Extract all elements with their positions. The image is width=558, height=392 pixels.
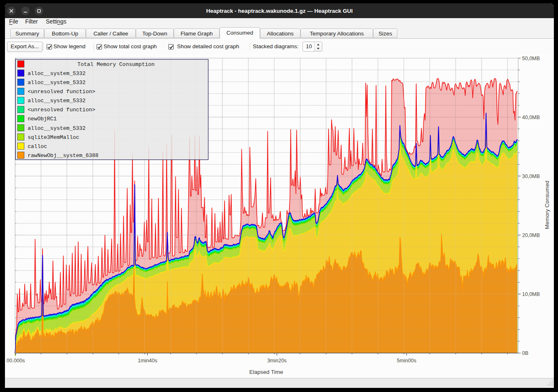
svg-text:newObjRC1: newObjRC1 (28, 116, 57, 122)
svg-text:calloc: calloc (28, 143, 47, 150)
svg-text:<unresolved function>: <unresolved function> (28, 107, 95, 113)
svg-text:Total Memory Consumption: Total Memory Consumption (77, 61, 154, 68)
svg-text:20,0MB: 20,0MB (522, 232, 540, 238)
svg-text:00.000s: 00.000s (7, 358, 25, 364)
svg-text:5min00s: 5min00s (397, 358, 416, 364)
svg-text:1min40s: 1min40s (138, 358, 157, 364)
svg-text:Memory Consumed: Memory Consumed (544, 181, 550, 229)
svg-text:30,0MB: 30,0MB (522, 174, 540, 179)
svg-text:rawNewObj__system_6388: rawNewObj__system_6388 (28, 153, 99, 159)
svg-text:Elapsed Time: Elapsed Time (249, 369, 283, 375)
svg-text:10,0MB: 10,0MB (522, 291, 540, 297)
svg-text:alloc__system_5332: alloc__system_5332 (28, 125, 85, 131)
svg-text:40,0MB: 40,0MB (522, 115, 540, 120)
svg-text:50,0MB: 50,0MB (522, 56, 540, 61)
svg-text:0B: 0B (522, 350, 528, 356)
svg-text:<unresolved function>: <unresolved function> (28, 89, 95, 95)
svg-text:alloc__system_5332: alloc__system_5332 (28, 70, 85, 77)
svg-text:sqlite3MemMalloc: sqlite3MemMalloc (28, 134, 79, 141)
svg-text:3min20s: 3min20s (267, 358, 286, 364)
svg-text:alloc__system_5332: alloc__system_5332 (28, 80, 85, 86)
svg-text:alloc__system_5332: alloc__system_5332 (28, 98, 85, 104)
